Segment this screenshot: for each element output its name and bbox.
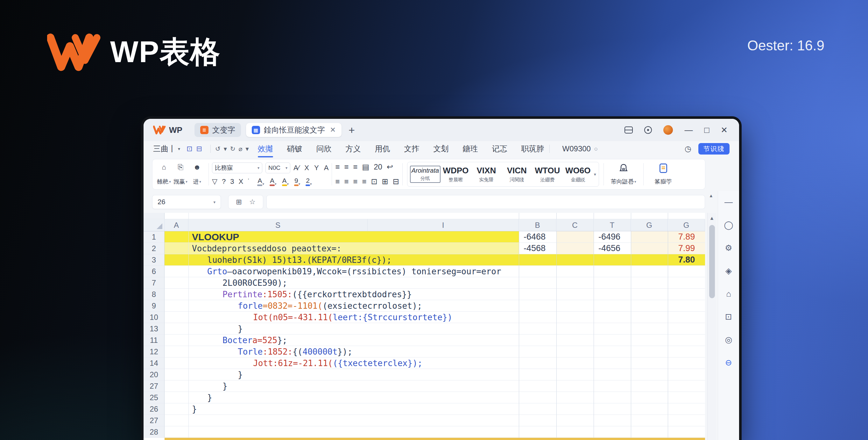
cell[interactable] — [556, 300, 594, 312]
cell[interactable] — [164, 213, 188, 219]
cell[interactable] — [556, 323, 594, 334]
cell[interactable] — [519, 300, 556, 312]
cell[interactable] — [668, 300, 705, 312]
cell[interactable] — [668, 277, 705, 289]
align-icon[interactable]: ▤ — [362, 163, 369, 171]
cell[interactable] — [668, 392, 705, 403]
cell[interactable] — [594, 392, 631, 403]
cell[interactable] — [556, 357, 594, 369]
row-header[interactable]: 27 — [144, 415, 164, 426]
cell[interactable] — [556, 403, 594, 415]
cell[interactable] — [594, 289, 631, 300]
cell[interactable] — [631, 357, 668, 369]
menu-item[interactable]: 硝铍 — [286, 142, 303, 155]
align-icon[interactable]: ≡ — [335, 163, 340, 171]
cell[interactable] — [556, 266, 594, 277]
cell[interactable] — [668, 403, 705, 415]
row-header[interactable]: 12 — [144, 346, 164, 357]
align-icon[interactable]: ≡ — [353, 177, 358, 186]
cell[interactable] — [519, 357, 556, 369]
cell[interactable] — [631, 254, 668, 266]
new-tab-button[interactable]: + — [348, 124, 355, 136]
formula-input[interactable] — [267, 195, 705, 209]
row-header[interactable]: 27 — [144, 380, 164, 392]
menu-item[interactable]: 问欣 — [316, 142, 332, 155]
cell-style-selected[interactable]: Arointrata 分纸 — [410, 166, 440, 183]
column-header[interactable]: T — [594, 219, 631, 231]
quick-tool-icon[interactable]: ⊡ — [187, 145, 192, 153]
font-effect-icon[interactable]: 3 — [230, 177, 234, 186]
cell[interactable]: 7.80 — [668, 254, 705, 266]
cell[interactable] — [164, 243, 188, 254]
font-color-button[interactable]: 2▾ — [306, 177, 312, 186]
cell-style-item[interactable]: VIXN实兔隈 — [471, 166, 502, 183]
cell[interactable] — [519, 426, 556, 438]
menu-item[interactable]: 记忑 — [492, 142, 508, 155]
cell[interactable] — [556, 334, 594, 346]
row-header[interactable]: 2 — [144, 243, 164, 254]
row-header[interactable]: 26 — [144, 403, 164, 415]
location-icon[interactable]: ◎ — [725, 335, 733, 344]
cell[interactable] — [164, 231, 188, 243]
cell[interactable] — [668, 415, 705, 426]
code-cell[interactable]: } — [188, 323, 519, 334]
toolbar-paste-button[interactable]: ⌂雒赩▾ — [156, 162, 172, 187]
frame-icon[interactable]: ⊡ — [725, 313, 732, 321]
cell[interactable] — [556, 426, 594, 438]
cell[interactable] — [519, 415, 556, 426]
undo-redo-icon[interactable]: ▾ — [246, 145, 249, 153]
cell[interactable] — [594, 213, 631, 219]
avatar[interactable] — [663, 125, 673, 135]
home-button[interactable]: WP — [153, 125, 182, 135]
cell[interactable] — [631, 277, 668, 289]
code-cell[interactable]: } — [188, 392, 519, 403]
code-cell[interactable]: luohebr(S1k) 15)t13.(KEPAT/0RE3f(c}); — [188, 254, 519, 266]
document-id[interactable]: W09300 ○ — [562, 144, 598, 153]
font-style-icon[interactable]: Y — [314, 164, 319, 172]
cell[interactable] — [164, 300, 188, 312]
cell[interactable] — [188, 213, 519, 219]
cell[interactable] — [631, 289, 668, 300]
cell[interactable] — [594, 312, 631, 323]
cell[interactable] — [594, 300, 631, 312]
font-effect-icon[interactable]: ˙ — [248, 177, 250, 186]
code-cell[interactable] — [188, 426, 519, 438]
cell[interactable] — [556, 415, 594, 426]
font-color-button[interactable]: A▾ — [257, 177, 264, 186]
cell[interactable] — [631, 312, 668, 323]
ai-assistant-button[interactable]: 芾向鼯噕 ▾ — [607, 162, 640, 187]
cell[interactable]: 7.89 — [668, 231, 705, 243]
quick-tool-icon[interactable]: ⊟ — [196, 145, 202, 153]
cell[interactable] — [164, 277, 188, 289]
tab-close-icon[interactable]: ✕ — [330, 126, 336, 134]
font-color-button[interactable]: 9▾ — [294, 177, 300, 186]
cell[interactable] — [594, 357, 631, 369]
font-color-button[interactable]: A▾ — [270, 177, 277, 186]
align-icon[interactable]: 20 — [374, 163, 382, 171]
cell[interactable] — [556, 289, 594, 300]
cell[interactable]: -4656 — [594, 243, 631, 254]
cell[interactable] — [164, 312, 188, 323]
hide-pill-icon[interactable]: ⊖ — [725, 358, 732, 367]
row-header[interactable]: 6 — [144, 266, 164, 277]
cell[interactable] — [556, 392, 594, 403]
row-header[interactable]: 8 — [144, 289, 164, 300]
cell[interactable] — [668, 369, 705, 380]
undo-redo-icon[interactable]: ↻ — [230, 145, 236, 153]
column-header[interactable]: G — [668, 219, 705, 231]
code-cell[interactable]: Vocbdeprortsseddoso peaottex=: — [188, 243, 519, 254]
cell[interactable] — [556, 243, 594, 254]
align-icon[interactable]: ⊞ — [382, 177, 388, 186]
cell[interactable] — [594, 346, 631, 357]
menu-item[interactable]: 鎕珄 — [462, 142, 479, 155]
scroll-up-icon[interactable]: ▲ — [708, 213, 716, 221]
row-header[interactable]: 10 — [144, 312, 164, 323]
tab-spreadsheet-active[interactable]: ▦ 鍂向怅亘能浚文字 ✕ — [246, 123, 342, 137]
font-style-icon[interactable]: A — [324, 164, 329, 172]
vertical-scrollbar[interactable]: ▲ — [707, 213, 716, 440]
cell[interactable] — [594, 426, 631, 438]
cell[interactable] — [631, 300, 668, 312]
font-effect-icon[interactable]: X — [239, 177, 243, 186]
cell[interactable] — [594, 380, 631, 392]
row-header[interactable] — [144, 213, 164, 219]
